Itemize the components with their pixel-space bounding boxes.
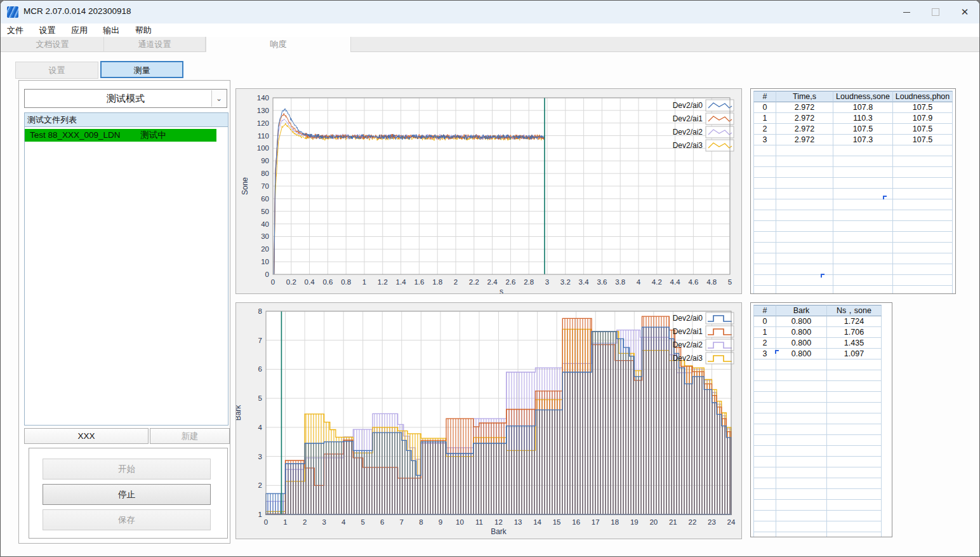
maximize-button[interactable] xyxy=(921,1,950,23)
start-button[interactable]: 开始 xyxy=(43,459,211,480)
menu-item-settings[interactable]: 设置 xyxy=(32,23,62,37)
table-row-empty[interactable] xyxy=(753,478,882,489)
chevron-down-icon[interactable]: ⌄ xyxy=(211,90,226,107)
table-row-empty[interactable] xyxy=(753,178,953,189)
table-cell[interactable]: 2.972 xyxy=(776,124,833,135)
table-cell[interactable]: 2.972 xyxy=(776,102,833,113)
table-row[interactable]: 12.972110.3107.9 xyxy=(753,113,953,124)
menu-item-apply[interactable]: 应用 xyxy=(65,23,94,37)
new-button[interactable]: 新建 xyxy=(150,428,230,444)
x-tick-label: 0.4 xyxy=(305,278,315,286)
list-item[interactable]: Test 88_XXX_009_LDN 测试中 xyxy=(25,129,216,142)
table-cell[interactable]: 2 xyxy=(753,338,776,349)
table-row-empty[interactable] xyxy=(753,489,882,500)
y-tick-label: 50 xyxy=(261,208,269,215)
test-file-list[interactable]: 测试文件列表 Test 88_XXX_009_LDN 测试中 xyxy=(24,112,228,426)
table-row[interactable]: 30.8001.097 xyxy=(753,349,882,359)
menu-item-output[interactable]: 输出 xyxy=(96,23,126,37)
menu-item-help[interactable]: 帮助 xyxy=(129,23,158,37)
table-row-empty[interactable] xyxy=(753,435,882,446)
table-row-empty[interactable] xyxy=(753,286,953,294)
table-row-empty[interactable] xyxy=(753,500,882,511)
table-row-empty[interactable] xyxy=(753,457,882,467)
tab-channel-settings[interactable]: 通道设置 xyxy=(104,37,206,52)
table-cell[interactable]: 107.5 xyxy=(893,124,953,135)
menu-item-file[interactable]: 文件 xyxy=(1,23,30,37)
stop-button[interactable]: 停止 xyxy=(43,484,211,505)
table-cell[interactable]: 0 xyxy=(753,316,776,327)
table-cell[interactable]: 107.5 xyxy=(833,124,893,135)
table-cell[interactable]: 0.800 xyxy=(776,327,827,338)
table-row-empty[interactable] xyxy=(753,467,882,478)
table-row-empty[interactable] xyxy=(753,221,953,232)
tab-loudness[interactable]: 响度 xyxy=(206,37,351,53)
table-cell[interactable]: 0.800 xyxy=(776,349,827,359)
table-row-empty[interactable] xyxy=(753,392,882,403)
table-row-empty[interactable] xyxy=(753,370,882,381)
table-cell[interactable]: 107.9 xyxy=(893,113,953,124)
table-cell[interactable]: 2.972 xyxy=(776,113,833,124)
xxx-button[interactable]: XXX xyxy=(24,428,149,444)
table-cell[interactable]: 1.724 xyxy=(827,316,882,327)
table-cell[interactable]: 3 xyxy=(753,349,776,359)
table-cell[interactable]: 0.800 xyxy=(776,338,827,349)
table-row[interactable]: 02.972107.8107.5 xyxy=(753,102,953,113)
table-cell[interactable]: 110.3 xyxy=(833,113,893,124)
save-button[interactable]: 保存 xyxy=(43,509,211,530)
subtab-settings[interactable]: 设置 xyxy=(15,62,98,79)
x-tick-label: 9 xyxy=(439,518,442,526)
table-row-empty[interactable] xyxy=(753,243,953,253)
table-cell[interactable]: 1.706 xyxy=(827,327,882,338)
table-cell[interactable]: 107.5 xyxy=(893,102,953,113)
table-row-empty[interactable] xyxy=(753,359,882,370)
loudness-time-chart[interactable]: 00.20.40.60.811.21.41.61.822.22.42.62.83… xyxy=(236,89,741,293)
close-button[interactable]: ✕ xyxy=(950,1,979,23)
loudness-table[interactable]: #Time,sLoudness,soneLoudness,phon02.9721… xyxy=(753,91,953,294)
table-row-empty[interactable] xyxy=(753,532,882,537)
app-icon xyxy=(7,6,18,18)
x-tick-label: 3.4 xyxy=(579,278,590,286)
table-row-empty[interactable] xyxy=(753,189,953,199)
table-cell[interactable]: 1.435 xyxy=(827,338,882,349)
table-row-empty[interactable] xyxy=(753,413,882,424)
minimize-button[interactable] xyxy=(892,1,921,23)
table-row[interactable]: 22.972107.5107.5 xyxy=(753,124,953,135)
table-cell[interactable]: 2 xyxy=(753,124,776,135)
x-tick-label: 6 xyxy=(380,518,384,526)
table-cell[interactable]: 1 xyxy=(753,113,776,124)
table-cell[interactable]: 1.097 xyxy=(827,349,882,359)
table-cell[interactable]: 107.5 xyxy=(893,135,953,145)
column-header: Loudness,phon xyxy=(893,91,953,102)
table-row-empty[interactable] xyxy=(753,145,953,156)
table-row-empty[interactable] xyxy=(753,511,882,521)
table-row[interactable]: 10.8001.706 xyxy=(753,327,882,338)
table-row-empty[interactable] xyxy=(753,253,953,264)
table-cell[interactable]: 0.800 xyxy=(776,316,827,327)
table-row-empty[interactable] xyxy=(753,275,953,286)
table-row-empty[interactable] xyxy=(753,264,953,275)
table-row[interactable]: 20.8001.435 xyxy=(753,338,882,349)
bark-table[interactable]: #BarkNs，sone00.8001.72410.8001.70620.800… xyxy=(753,305,882,537)
table-cell[interactable]: 107.3 xyxy=(833,135,893,145)
table-cell[interactable]: 0 xyxy=(753,102,776,113)
table-row-empty[interactable] xyxy=(753,424,882,435)
subtab-measure[interactable]: 测量 xyxy=(100,61,183,78)
table-row-empty[interactable] xyxy=(753,167,953,178)
table-row-empty[interactable] xyxy=(753,210,953,221)
table-row-empty[interactable] xyxy=(753,156,953,167)
table-cell[interactable]: 107.8 xyxy=(833,102,893,113)
table-row-empty[interactable] xyxy=(753,446,882,457)
table-cell[interactable]: 3 xyxy=(753,135,776,145)
test-mode-select[interactable]: 测试模式 ⌄ xyxy=(24,89,227,108)
table-row-empty[interactable] xyxy=(753,403,882,413)
table-row-empty[interactable] xyxy=(753,199,953,210)
table-row[interactable]: 32.972107.3107.5 xyxy=(753,135,953,145)
specific-loudness-chart[interactable]: 0123456789101112131415161718192021222324… xyxy=(236,303,741,539)
table-cell[interactable]: 1 xyxy=(753,327,776,338)
tab-doc-settings[interactable]: 文档设置 xyxy=(1,37,104,52)
table-row[interactable]: 00.8001.724 xyxy=(753,316,882,327)
table-row-empty[interactable] xyxy=(753,232,953,243)
table-row-empty[interactable] xyxy=(753,521,882,532)
table-row-empty[interactable] xyxy=(753,381,882,392)
table-cell[interactable]: 2.972 xyxy=(776,135,833,145)
